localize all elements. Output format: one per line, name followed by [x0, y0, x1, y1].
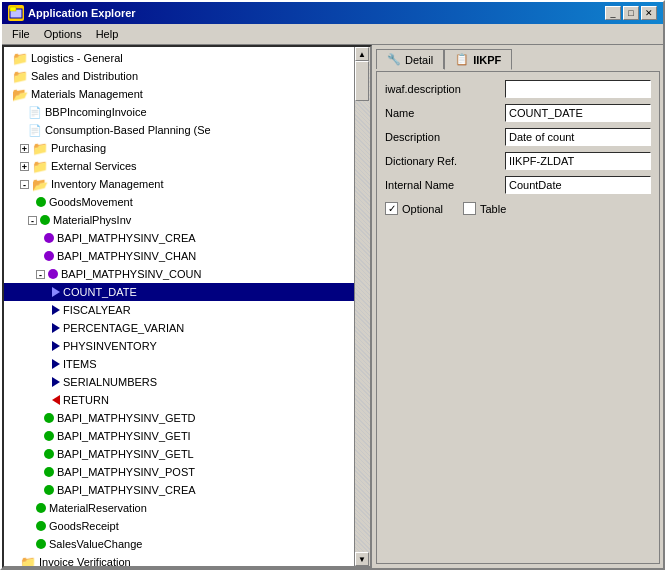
tree-item-percentage[interactable]: PERCENTAGE_VARIAN — [4, 319, 354, 337]
table-checkbox[interactable] — [463, 202, 476, 215]
tree-item-bbp[interactable]: 📄 BBPIncomingInvoice — [4, 103, 354, 121]
form-label-dict-ref: Dictionary Ref. — [385, 155, 505, 167]
tree-item-bapi-getd[interactable]: BAPI_MATPHYSINV_GETD — [4, 409, 354, 427]
purple-dot-icon — [44, 233, 54, 243]
checkbox-optional[interactable]: Optional — [385, 202, 443, 215]
expand-icon[interactable]: + — [20, 144, 29, 153]
form-input-name[interactable] — [505, 104, 651, 122]
tree-item-sales-value-change[interactable]: SalesValueChange — [4, 535, 354, 553]
green-dot-icon — [44, 467, 54, 477]
menu-options[interactable]: Options — [38, 26, 88, 42]
tree-item-invoice-verification[interactable]: 📁 Invoice Verification — [4, 553, 354, 566]
triangle-right-icon — [52, 323, 60, 333]
tree-item-material-phys-inv[interactable]: - MaterialPhysInv — [4, 211, 354, 229]
tree-item-bapi-geti[interactable]: BAPI_MATPHYSINV_GETI — [4, 427, 354, 445]
tree-item-phys-inventory[interactable]: PHYSINVENTORY — [4, 337, 354, 355]
menu-help[interactable]: Help — [90, 26, 125, 42]
triangle-right-icon — [52, 341, 60, 351]
tree-label: BAPI_MATPHYSINV_GETI — [57, 430, 191, 442]
tree-item-bapi-getl[interactable]: BAPI_MATPHYSINV_GETL — [4, 445, 354, 463]
folder-icon: 📁 — [20, 555, 36, 567]
svg-rect-1 — [10, 7, 16, 11]
form-label-internal-name: Internal Name — [385, 179, 505, 191]
menu-file[interactable]: File — [6, 26, 36, 42]
tree-scrollbar[interactable]: ▲ ▼ — [354, 47, 370, 566]
scroll-thumb[interactable] — [355, 61, 369, 101]
triangle-right-icon — [52, 305, 60, 315]
tree-item-purchasing[interactable]: + 📁 Purchasing — [4, 139, 354, 157]
green-dot-icon — [36, 197, 46, 207]
expand-icon[interactable]: - — [20, 180, 29, 189]
app-icon — [8, 5, 24, 21]
form-input-desc[interactable] — [505, 128, 651, 146]
scroll-track[interactable] — [355, 61, 370, 552]
tree-item-bapi-crea2[interactable]: BAPI_MATPHYSINV_CREA — [4, 481, 354, 499]
optional-checkbox[interactable] — [385, 202, 398, 215]
tree-item-goods-movement[interactable]: GoodsMovement — [4, 193, 354, 211]
folder-icon: 📁 — [12, 51, 28, 66]
tree-item-external-services[interactable]: + 📁 External Services — [4, 157, 354, 175]
tab-detail[interactable]: 🔧 Detail — [376, 49, 444, 69]
tree-label: Purchasing — [51, 142, 106, 154]
tree-label: MaterialPhysInv — [53, 214, 131, 226]
form-input-dict-ref[interactable] — [505, 152, 651, 170]
tree-label: Sales and Distribution — [31, 70, 138, 82]
tree-scroll-area[interactable]: 📁 Logistics - General 📁 Sales and Distri… — [4, 47, 354, 566]
maximize-button[interactable]: □ — [623, 6, 639, 20]
iikpf-tab-label: IIKPF — [473, 54, 501, 66]
form-label-name: Name — [385, 107, 505, 119]
tree-label: BAPI_MATPHYSINV_POST — [57, 466, 195, 478]
tree-label: BAPI_MATPHYSINV_GETD — [57, 412, 196, 424]
main-content: 📁 Logistics - General 📁 Sales and Distri… — [2, 45, 663, 568]
detail-tab-icon: 🔧 — [387, 53, 401, 66]
form-input-description[interactable] — [505, 80, 651, 98]
tree-label: PERCENTAGE_VARIAN — [63, 322, 184, 334]
expand-icon[interactable]: - — [36, 270, 45, 279]
form-input-internal-name[interactable] — [505, 176, 651, 194]
detail-tab-label: Detail — [405, 54, 433, 66]
tree-item-bapi-change[interactable]: BAPI_MATPHYSINV_CHAN — [4, 247, 354, 265]
tree-item-logistics-general[interactable]: 📁 Logistics - General — [4, 49, 354, 67]
purple-dot-icon — [44, 251, 54, 261]
tree-label: Invoice Verification — [39, 556, 131, 566]
menu-bar: File Options Help — [2, 24, 663, 45]
tree-item-sales-distribution[interactable]: 📁 Sales and Distribution — [4, 67, 354, 85]
green-dot-icon — [40, 215, 50, 225]
tree-item-fiscal-year[interactable]: FISCALYEAR — [4, 301, 354, 319]
tree-item-materials-mgmt[interactable]: 📂 Materials Management — [4, 85, 354, 103]
tree-item-material-reservation[interactable]: MaterialReservation — [4, 499, 354, 517]
triangle-right-icon — [52, 287, 60, 297]
folder-icon: 📁 — [32, 159, 48, 174]
green-dot-icon — [44, 485, 54, 495]
tree-item-goods-receipt[interactable]: GoodsReceipt — [4, 517, 354, 535]
form-row-internal-name: Internal Name — [385, 176, 651, 194]
tree-item-return[interactable]: RETURN — [4, 391, 354, 409]
tree-item-inventory-mgmt[interactable]: - 📂 Inventory Management — [4, 175, 354, 193]
folder-icon: 📁 — [12, 69, 28, 84]
tree-item-items[interactable]: ITEMS — [4, 355, 354, 373]
close-button[interactable]: ✕ — [641, 6, 657, 20]
minimize-button[interactable]: _ — [605, 6, 621, 20]
title-bar: Application Explorer _ □ ✕ — [2, 2, 663, 24]
tree-item-bapi-post[interactable]: BAPI_MATPHYSINV_POST — [4, 463, 354, 481]
tree-label: FISCALYEAR — [63, 304, 131, 316]
green-dot-icon — [44, 413, 54, 423]
tree-item-bapi-coun[interactable]: - BAPI_MATPHYSINV_COUN — [4, 265, 354, 283]
form-label-desc: Description — [385, 131, 505, 143]
tree-item-count-date[interactable]: COUNT_DATE — [4, 283, 354, 301]
tree-label: MaterialReservation — [49, 502, 147, 514]
tree-label: Materials Management — [31, 88, 143, 100]
expand-icon[interactable]: + — [20, 162, 29, 171]
tree-item-bapi-create[interactable]: BAPI_MATPHYSINV_CREA — [4, 229, 354, 247]
tab-iikpf[interactable]: 📋 IIKPF — [444, 49, 512, 70]
scroll-up-button[interactable]: ▲ — [355, 47, 369, 61]
green-dot-icon — [36, 539, 46, 549]
tree-label: ITEMS — [63, 358, 97, 370]
expand-icon[interactable]: - — [28, 216, 37, 225]
tree-item-consumption[interactable]: 📄 Consumption-Based Planning (Se — [4, 121, 354, 139]
scroll-down-button[interactable]: ▼ — [355, 552, 369, 566]
folder-icon: 📁 — [32, 141, 48, 156]
tree-item-serial-numbers[interactable]: SERIALNUMBERS — [4, 373, 354, 391]
detail-panel: 🔧 Detail 📋 IIKPF iwaf.description Name — [372, 45, 663, 568]
checkbox-table[interactable]: Table — [463, 202, 506, 215]
